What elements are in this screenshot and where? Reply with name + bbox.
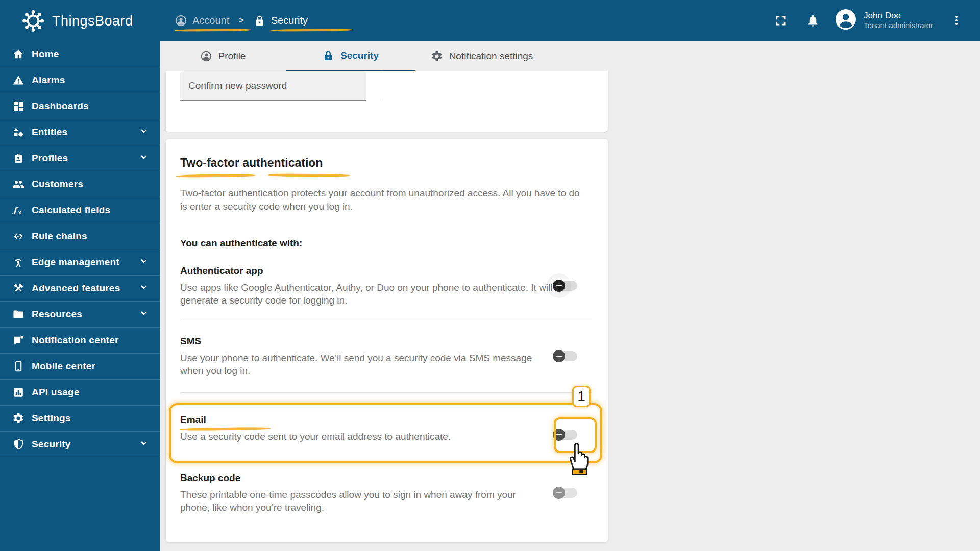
annotation-marker-title-2 [268, 173, 350, 177]
row-divider [180, 392, 592, 393]
sidebar-item-settings[interactable]: Settings [0, 405, 160, 431]
notifications-bell-icon[interactable] [806, 14, 820, 28]
account-tabs: Profile Security Notification settings [160, 41, 980, 71]
toggle-thumb [553, 350, 565, 362]
avatar[interactable] [835, 9, 856, 32]
backup-code-toggle[interactable] [554, 488, 577, 498]
provider-description: These printable one-time passcodes allow… [180, 488, 522, 514]
sidebar-item-notification-center[interactable]: Notification center [0, 327, 160, 353]
breadcrumb-account[interactable]: Account [175, 14, 229, 27]
warning-icon [12, 74, 24, 86]
toggle-thumb [553, 429, 565, 441]
top-header: ThingsBoard Account > Security John Doe … [0, 0, 980, 41]
chevron-down-icon [138, 126, 150, 139]
two-factor-card: Two-factor authentication Two-factor aut… [166, 139, 608, 542]
toggle-thumb [553, 280, 565, 292]
sidebar-item-profiles[interactable]: Profiles [0, 145, 160, 171]
folder-icon [12, 308, 24, 320]
fullscreen-icon[interactable] [774, 14, 788, 28]
gear-icon [431, 50, 443, 62]
account-circle-icon [175, 14, 187, 27]
authenticator-app-toggle[interactable] [554, 281, 577, 291]
provider-name: Backup code [180, 472, 554, 484]
chevron-down-icon [138, 308, 150, 321]
email-toggle[interactable] [554, 430, 577, 440]
provider-row-backup-code: Backup code These printable one-time pas… [180, 472, 593, 514]
chevron-down-icon [138, 256, 150, 269]
provider-description: Use a security code sent to your email a… [180, 430, 548, 443]
toggle-thumb [553, 487, 565, 499]
thingsboard-logo[interactable]: ThingsBoard [19, 7, 133, 35]
sidebar-item-resources[interactable]: Resources [0, 301, 160, 327]
provider-name: Email [180, 414, 554, 425]
lock-icon [253, 14, 266, 27]
entities-icon [12, 126, 24, 138]
sidebar-item-home[interactable]: Home [0, 41, 160, 67]
change-password-card: Confirm new password [166, 71, 608, 132]
brand-name: ThingsBoard [52, 13, 133, 29]
provider-description: Use apps like Google Authenticator, Auth… [180, 281, 553, 307]
provider-description: Use your phone to authenticate. We’ll se… [180, 352, 532, 377]
mobile-icon [12, 360, 24, 372]
tab-profile[interactable]: Profile [160, 41, 286, 71]
sms-toggle[interactable] [554, 351, 577, 361]
sidebar-item-advanced-features[interactable]: Advanced features [0, 275, 160, 301]
tab-security[interactable]: Security [286, 41, 415, 71]
user-name: John Doe [864, 10, 933, 21]
scroll-area[interactable]: Confirm new password Two-factor authenti… [160, 71, 980, 551]
lock-icon [322, 49, 334, 62]
annotation-step-badge: 1 [572, 386, 591, 407]
row-divider [180, 322, 592, 322]
user-menu[interactable]: John Doe Tenant administrator [864, 10, 933, 31]
two-factor-intro: Two-factor authentication protects your … [180, 187, 589, 213]
security-shield-icon [12, 438, 24, 450]
sidebar-item-edge-management[interactable]: Edge management [0, 249, 160, 275]
hand-cursor-icon [565, 440, 593, 478]
breadcrumb: Account > Security [175, 0, 308, 41]
sidebar-item-dashboards[interactable]: Dashboards [0, 93, 160, 119]
home-icon [12, 48, 24, 60]
header-actions: John Doe Tenant administrator [774, 0, 963, 41]
more-vert-icon[interactable] [950, 14, 963, 27]
profiles-icon [12, 152, 24, 164]
rule-chains-icon [12, 230, 24, 242]
sidebar-item-rule-chains[interactable]: Rule chains [0, 223, 160, 249]
annotation-marker-security [271, 29, 352, 31]
breadcrumb-security[interactable]: Security [253, 14, 308, 27]
two-factor-title: Two-factor authentication [180, 156, 593, 170]
authenticate-with-heading: You can authenticate with: [180, 238, 593, 249]
annotation-marker-title-1 [176, 174, 255, 178]
customers-icon [12, 178, 24, 190]
card-divider [383, 71, 383, 101]
confirm-new-password-label: Confirm new password [180, 71, 366, 91]
sidebar-nav: Home Alarms Dashboards Entities Profiles… [0, 41, 160, 551]
antenna-icon [12, 256, 24, 268]
sidebar-item-customers[interactable]: Customers [0, 171, 160, 197]
provider-name: SMS [180, 336, 554, 347]
chevron-down-icon [138, 438, 150, 451]
provider-row-authenticator-app: Authenticator app Use apps like Google A… [180, 265, 593, 307]
dashboards-icon [12, 100, 24, 112]
notification-icon [12, 334, 24, 346]
sidebar-item-entities[interactable]: Entities [0, 119, 160, 145]
person-icon [200, 50, 212, 62]
sidebar-item-calculated-fields[interactable]: Calculated fields [0, 197, 160, 223]
provider-name: Authenticator app [180, 265, 554, 277]
api-usage-icon [12, 386, 24, 398]
sidebar-item-mobile-center[interactable]: Mobile center [0, 353, 160, 379]
sidebar-item-security[interactable]: Security [0, 431, 160, 457]
tools-icon [12, 282, 24, 294]
sidebar-item-api-usage[interactable]: API usage [0, 379, 160, 405]
function-icon [12, 204, 24, 216]
confirm-new-password-field[interactable]: Confirm new password [180, 71, 366, 101]
chevron-down-icon [138, 282, 150, 295]
user-role: Tenant administrator [864, 21, 933, 31]
breadcrumb-separator: > [238, 15, 244, 26]
tab-notification-settings[interactable]: Notification settings [415, 41, 549, 71]
main-content: Profile Security Notification settings C… [160, 41, 980, 551]
sidebar-item-alarms[interactable]: Alarms [0, 67, 160, 93]
chevron-down-icon [138, 152, 150, 165]
thingsboard-logo-icon [19, 7, 47, 35]
provider-row-sms: SMS Use your phone to authenticate. We’l… [180, 336, 593, 377]
settings-icon [12, 412, 24, 424]
